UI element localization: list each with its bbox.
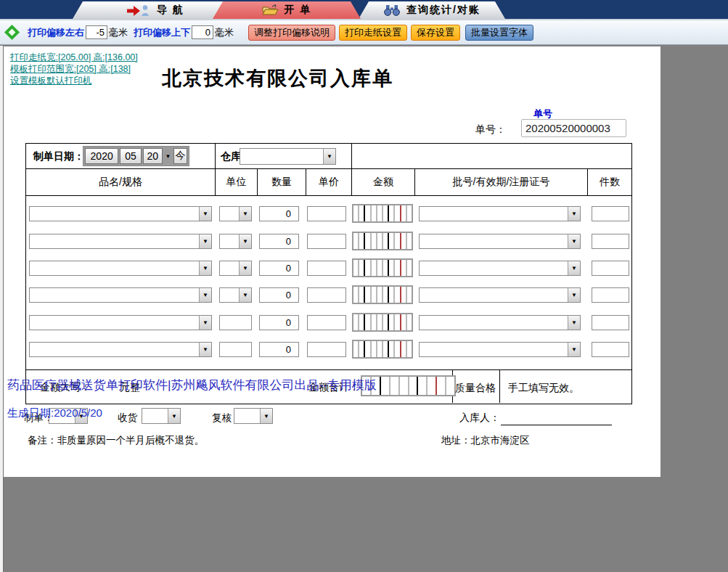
unit-input[interactable] <box>219 315 252 330</box>
amount-grid-cell <box>377 233 383 249</box>
price-input[interactable] <box>307 342 346 357</box>
product-name-select[interactable] <box>29 206 212 221</box>
reviewer-select[interactable] <box>234 408 273 424</box>
offset-tb-unit: 毫米 <box>215 26 234 39</box>
product-name-select[interactable] <box>29 315 212 330</box>
note-text: 备注：非质量原因一个半月后概不退货。 <box>28 434 204 447</box>
amount-grid-cell <box>353 341 359 357</box>
pieces-input[interactable] <box>592 234 629 249</box>
save-settings-button[interactable]: 保存设置 <box>411 25 460 41</box>
dropdown-arrow-icon[interactable] <box>568 207 580 221</box>
dropdown-arrow-icon[interactable] <box>199 261 211 275</box>
paper-feed-settings-button[interactable]: 打印走纸设置 <box>339 25 407 41</box>
dropdown-arrow-icon[interactable] <box>199 234 211 248</box>
amount-grid-cell <box>409 377 419 395</box>
dropdown-arrow-icon[interactable] <box>568 288 580 302</box>
amount-grid-cell <box>372 341 377 357</box>
date-dropdown-arrow-icon[interactable]: ▼ <box>164 153 173 160</box>
table-divider <box>499 370 500 403</box>
open-folder-icon <box>262 4 279 16</box>
dropdown-arrow-icon[interactable] <box>239 261 251 275</box>
adjust-offset-help-button[interactable]: 调整打印偏移说明 <box>248 25 335 41</box>
dropdown-arrow-icon[interactable] <box>199 207 211 221</box>
tab-navigation[interactable]: 导 航 <box>73 1 238 19</box>
stockin-person-label: 入库人： <box>459 412 500 425</box>
amount-grid-cell <box>365 314 371 330</box>
amount-grid-cell <box>381 377 390 395</box>
price-input[interactable] <box>307 206 346 221</box>
dropdown-arrow-icon[interactable] <box>568 316 580 330</box>
pieces-input[interactable] <box>592 342 629 357</box>
amount-grid-cell <box>359 341 365 357</box>
pieces-input[interactable] <box>592 206 629 221</box>
quantity-input[interactable] <box>259 234 299 249</box>
amount-grid-cell <box>446 377 454 395</box>
dropdown-arrow-icon[interactable] <box>568 234 580 248</box>
product-name-select[interactable] <box>29 287 212 303</box>
dropdown-arrow-icon[interactable] <box>568 261 580 275</box>
quantity-input[interactable] <box>259 206 299 221</box>
price-input[interactable] <box>307 315 346 330</box>
date-day-segment[interactable]: 20 <box>143 148 163 164</box>
amount-grid-cell <box>390 377 400 395</box>
application-window: 导 航 开 单 查询统计/对账 打印偏移左右 毫米 打印偏移上 <box>0 0 728 572</box>
dropdown-arrow-icon[interactable] <box>323 149 335 164</box>
dropdown-arrow-icon[interactable] <box>239 234 251 248</box>
unit-select[interactable] <box>219 206 252 221</box>
paper-size-link[interactable]: 打印走纸宽:[205.00] 高:[136.00] <box>10 52 138 64</box>
amount-grid-cell <box>389 287 395 303</box>
quantity-input[interactable] <box>259 287 299 303</box>
nav-arrow-person-icon <box>126 4 151 17</box>
product-name-select[interactable] <box>29 261 212 276</box>
pieces-input[interactable] <box>592 261 629 276</box>
pieces-input[interactable] <box>592 315 629 330</box>
order-no-input[interactable] <box>521 119 626 137</box>
pieces-input[interactable] <box>592 287 629 303</box>
price-input[interactable] <box>307 287 346 303</box>
price-input[interactable] <box>307 261 346 276</box>
dropdown-arrow-icon[interactable] <box>199 316 211 330</box>
receiver-select[interactable] <box>142 408 181 424</box>
tab-billing[interactable]: 开 单 <box>213 1 361 19</box>
software-watermark: 药品医疗器械送货单打印软件|苏州飚风软件有限公司出品--专用模版 <box>7 377 377 393</box>
dropdown-arrow-icon[interactable] <box>239 288 251 302</box>
date-month-segment[interactable]: 05 <box>120 148 141 164</box>
batch-select[interactable] <box>419 315 581 330</box>
today-button[interactable]: 今 <box>173 148 187 164</box>
dropdown-arrow-icon[interactable] <box>199 288 211 302</box>
unit-input[interactable] <box>219 342 252 357</box>
offset-lr-input[interactable] <box>86 25 107 39</box>
date-year-segment[interactable]: 2020 <box>85 148 118 164</box>
batch-select[interactable] <box>419 261 581 276</box>
unit-select[interactable] <box>219 287 252 303</box>
tab-label: 开 单 <box>285 4 312 17</box>
dropdown-arrow-icon[interactable] <box>199 343 211 356</box>
date-picker: 2020 05 20 ▼ 今 <box>83 146 189 166</box>
unit-select[interactable] <box>219 261 252 276</box>
tab-query-stats[interactable]: 查询统计/对账 <box>359 1 505 19</box>
product-name-select[interactable] <box>29 342 212 357</box>
offset-tb-input[interactable] <box>192 25 213 39</box>
signature-line <box>501 425 612 425</box>
product-name-select[interactable] <box>29 234 212 249</box>
default-printer-link[interactable]: 设置模板默认打印机 <box>10 75 92 87</box>
batch-select[interactable] <box>419 287 581 303</box>
dropdown-arrow-icon[interactable] <box>568 343 580 356</box>
amount-grid-cell <box>365 260 371 276</box>
batch-select[interactable] <box>419 342 581 357</box>
quantity-input[interactable] <box>259 342 299 357</box>
dropdown-arrow-icon[interactable] <box>168 409 180 423</box>
quantity-input[interactable] <box>259 261 299 276</box>
dropdown-arrow-icon[interactable] <box>260 409 272 423</box>
batch-font-settings-button[interactable]: 批量设置字体 <box>465 25 533 41</box>
batch-select[interactable] <box>419 234 581 249</box>
warehouse-select[interactable] <box>240 148 336 165</box>
price-input[interactable] <box>307 234 346 249</box>
amount-grid-cell <box>407 260 412 276</box>
unit-select[interactable] <box>219 234 252 249</box>
batch-select[interactable] <box>419 206 581 221</box>
quantity-input[interactable] <box>259 315 299 330</box>
dropdown-arrow-icon[interactable] <box>239 207 251 221</box>
template-range-link[interactable]: 模板打印范围宽:[205] 高:[138] <box>10 63 131 75</box>
amount-grid-cell <box>428 377 437 395</box>
